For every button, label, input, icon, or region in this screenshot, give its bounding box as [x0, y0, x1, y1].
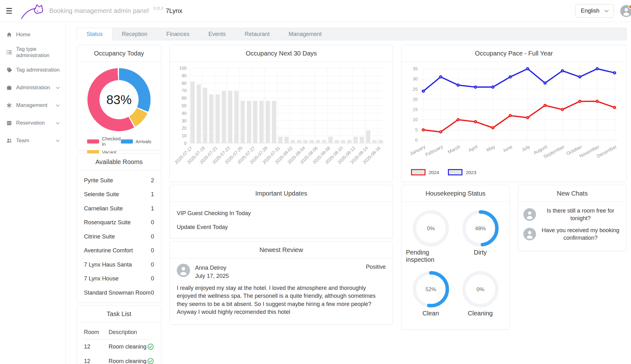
- bar: [341, 140, 345, 143]
- sidebar-item-label: Administration: [16, 85, 50, 91]
- card-occupancy-next-30-days: Occupancy Next 30 Days 01020304050607080…: [170, 45, 393, 182]
- legend-item-arrivals: Arrivals: [121, 136, 153, 147]
- data-point-center: [545, 82, 546, 84]
- task-row: 12 Room cleaning: [84, 339, 154, 354]
- home-icon: [6, 32, 12, 38]
- tab-finances[interactable]: Finances: [157, 28, 199, 40]
- bar: [372, 140, 377, 143]
- task-room: 12: [84, 358, 109, 364]
- data-point-center: [440, 76, 441, 78]
- sidebar-item-team[interactable]: Team: [0, 132, 65, 150]
- sidebar: Home Tag type administration Tag adminis…: [0, 22, 66, 364]
- sidebar-item-home[interactable]: Home: [0, 26, 65, 44]
- chat-message: Have you received my booking confirmatio…: [540, 226, 621, 242]
- tab-reception[interactable]: Reception: [112, 28, 157, 40]
- chevron-down-icon: [56, 140, 60, 142]
- legend-swatch: [411, 169, 426, 175]
- svg-text:0%: 0%: [427, 226, 435, 232]
- task-description: Room cleaning: [109, 343, 147, 350]
- card-new-chats: New Chats Is there still a room free for…: [518, 185, 627, 251]
- bar-chart: 01020304050607080901002025-07-172025-07-…: [170, 62, 393, 180]
- legend-item-2023: 2023: [448, 169, 476, 175]
- data-point-center: [579, 101, 580, 102]
- chevron-down-icon: [604, 10, 609, 12]
- bar: [284, 137, 289, 143]
- data-point-center: [423, 91, 424, 92]
- main-content: StatusReceptionFinancesEventsRetaurantMa…: [66, 22, 631, 364]
- bar: [322, 140, 326, 143]
- ring-label: Dirty: [474, 249, 487, 256]
- review-date: July 17, 2025: [195, 272, 229, 280]
- data-point-center: [579, 76, 580, 78]
- svg-text:0: 0: [184, 141, 187, 146]
- svg-text:10: 10: [182, 133, 187, 138]
- reviewer-name: Anna Delroy: [195, 264, 229, 272]
- housekeeping-ring-dirty: 48%Dirty: [461, 209, 499, 263]
- svg-text:90: 90: [182, 73, 187, 78]
- tab-bar: StatusReceptionFinancesEventsRetaurantMa…: [77, 28, 627, 40]
- ring-label: Cleaning: [468, 310, 493, 317]
- svg-text:0: 0: [415, 138, 418, 143]
- sidebar-item-management[interactable]: Management: [0, 97, 65, 114]
- review-text: I really enjoyed my stay at the hotel. I…: [177, 284, 386, 316]
- user-avatar[interactable]: [620, 5, 631, 17]
- legend-item-2024: 2024: [411, 169, 439, 175]
- card-newest-review: Newest Review Anna Delroy July 17, 2025 …: [170, 241, 393, 325]
- bar: [335, 140, 339, 143]
- chat-item[interactable]: Is there still a room free for tonight?: [523, 207, 621, 222]
- tab-status[interactable]: Status: [77, 28, 112, 40]
- bar: [241, 101, 245, 143]
- room-count: 2: [151, 177, 154, 184]
- line-chart: 05101520253035JanuaryFebruaryMarchAprilM…: [402, 62, 626, 170]
- svg-text:20: 20: [413, 97, 418, 102]
- sidebar-item-tag-type-administration[interactable]: Tag type administration: [0, 44, 65, 61]
- card-title: Housekeeping Status: [402, 185, 509, 202]
- legend-swatch: [87, 139, 99, 144]
- card-title: Occupancy Pace - Full Year: [402, 45, 626, 62]
- data-point-center: [597, 101, 598, 102]
- legend-swatch: [121, 139, 133, 144]
- room-name: Citrine Suite: [84, 233, 115, 240]
- chevron-down-icon: [56, 122, 60, 124]
- svg-text:April: April: [467, 144, 478, 153]
- bar: [222, 91, 226, 143]
- rooms-list: Pyrite Suite2Selenite Suite1Carnelian Su…: [77, 170, 161, 303]
- data-point-center: [475, 121, 476, 122]
- chat-item[interactable]: Have you received my booking confirmatio…: [523, 226, 621, 242]
- sidebar-item-reservation[interactable]: Reservation: [0, 114, 65, 132]
- room-count: 0: [151, 290, 154, 296]
- bar: [228, 91, 232, 143]
- legend-label: 2024: [429, 170, 439, 175]
- bar: [366, 130, 371, 143]
- data-point-center: [492, 86, 494, 88]
- card-title: Occupancy Next 30 Days: [170, 45, 393, 62]
- bar: [216, 94, 220, 143]
- svg-text:52%: 52%: [425, 286, 436, 292]
- svg-text:25: 25: [413, 87, 418, 92]
- data-point-center: [545, 105, 546, 106]
- tab-retaurant[interactable]: Retaurant: [235, 28, 279, 40]
- sidebar-item-tag-administration[interactable]: Tag administration: [0, 61, 65, 79]
- check-circle-icon: [147, 358, 154, 364]
- task-row: 12 Room cleaning: [84, 354, 154, 364]
- top-header: ☰ Booking management admin panel 0.11.2 …: [0, 0, 631, 22]
- sidebar-item-administration[interactable]: Administration: [0, 79, 65, 97]
- tab-events[interactable]: Events: [199, 28, 235, 40]
- data-point-center: [510, 76, 511, 78]
- sidebar-item-label: Tag type administration: [16, 46, 60, 59]
- hamburger-icon[interactable]: ☰: [6, 7, 16, 15]
- svg-text:10: 10: [413, 117, 418, 122]
- tab-management[interactable]: Management: [279, 28, 331, 40]
- data-point-center: [440, 131, 441, 132]
- card-occupancy-today: Occupancy Today 83% Checked inArrivalsVa…: [77, 45, 161, 150]
- language-selector[interactable]: English: [575, 4, 614, 18]
- svg-text:80: 80: [182, 81, 187, 86]
- bar: [297, 140, 301, 143]
- room-count: 1: [151, 191, 154, 198]
- notification-dot: [628, 5, 631, 9]
- sidebar-item-label: Reservation: [16, 120, 45, 126]
- svg-text:70: 70: [182, 88, 187, 93]
- data-point-center: [597, 68, 598, 69]
- chevron-down-icon: [56, 87, 60, 89]
- bar: [247, 101, 251, 143]
